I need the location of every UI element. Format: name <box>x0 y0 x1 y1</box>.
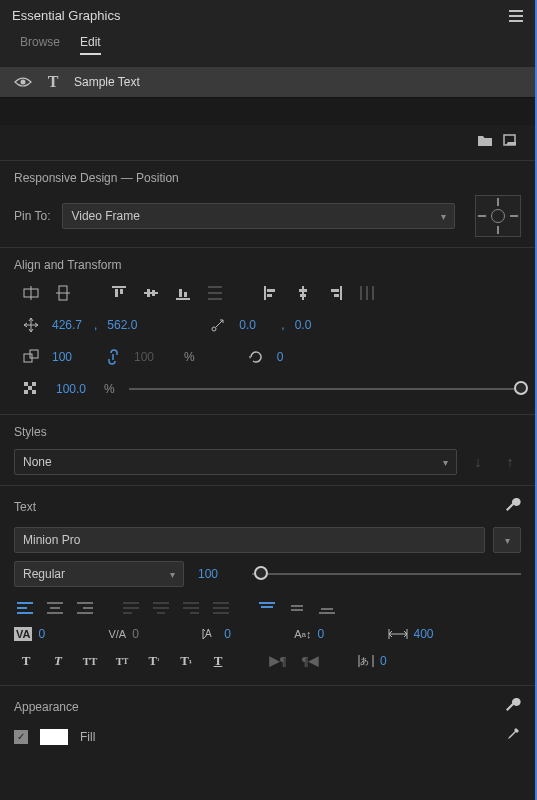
tab-browse[interactable]: Browse <box>20 35 60 55</box>
svg-rect-36 <box>24 390 28 394</box>
font-family-value: Minion Pro <box>23 533 80 547</box>
align-vcenter-icon[interactable] <box>140 282 162 304</box>
eyedropper-icon[interactable] <box>505 727 521 746</box>
svg-rect-33 <box>24 382 28 386</box>
leading-value[interactable]: 0 <box>224 627 264 641</box>
kerning-value[interactable]: 0 <box>38 627 78 641</box>
layer-name[interactable]: Sample Text <box>74 75 521 89</box>
svg-rect-37 <box>32 390 36 394</box>
vert-align-bottom-icon[interactable] <box>316 599 338 617</box>
fill-label: Fill <box>80 730 95 744</box>
fill-checkbox[interactable] <box>14 730 28 744</box>
responsive-heading: Responsive Design — Position <box>14 171 521 185</box>
rtl-icon[interactable]: ¶◀ <box>298 651 322 671</box>
align-transform-heading: Align and Transform <box>14 258 521 272</box>
section-text: Text Minion Pro ▾ Regular ▾ 100 <box>0 485 535 685</box>
position-y[interactable]: 562.0 <box>107 318 147 332</box>
svg-text:A: A <box>205 628 212 639</box>
svg-rect-11 <box>152 290 155 296</box>
distribute-vertical-icon[interactable] <box>204 282 226 304</box>
justify-last-left-icon[interactable] <box>120 599 142 617</box>
align-horizontal-center-canvas-icon[interactable] <box>20 282 42 304</box>
text-align-center-icon[interactable] <box>44 599 66 617</box>
visibility-eye-icon[interactable] <box>14 73 32 91</box>
layer-row[interactable]: T Sample Text <box>0 67 535 97</box>
svg-text:あ: あ <box>360 656 369 666</box>
font-family-dropdown[interactable]: Minion Pro <box>14 527 485 553</box>
align-top-icon[interactable] <box>108 282 130 304</box>
opacity-value[interactable]: 100.0 <box>56 382 96 396</box>
vert-align-center-icon[interactable] <box>286 599 308 617</box>
section-responsive: Responsive Design — Position Pin To: Vid… <box>0 160 535 247</box>
styles-dropdown[interactable]: None ▾ <box>14 449 457 475</box>
pin-to-dropdown[interactable]: Video Frame ▾ <box>62 203 455 229</box>
link-scale-icon[interactable] <box>102 346 124 368</box>
section-align-transform: Align and Transform 426.7, 562.0 0.0, 0.… <box>0 247 535 414</box>
tsume-value[interactable]: 0 <box>380 654 420 668</box>
anchor-y[interactable]: 0.0 <box>295 318 335 332</box>
underline-icon[interactable]: T <box>206 651 230 671</box>
distribute-horizontal-icon[interactable] <box>356 282 378 304</box>
svg-rect-26 <box>334 294 339 297</box>
baseline-value[interactable]: 0 <box>318 627 358 641</box>
font-size-value[interactable]: 100 <box>198 567 238 581</box>
align-right-icon[interactable] <box>324 282 346 304</box>
folder-icon[interactable] <box>477 133 493 150</box>
style-push-down-icon[interactable]: ↓ <box>467 451 489 473</box>
pin-to-label: Pin To: <box>14 209 50 223</box>
kerning-icon: VA <box>14 627 32 641</box>
text-width-value[interactable]: 400 <box>414 627 454 641</box>
rotation-value[interactable]: 0 <box>277 350 317 364</box>
style-push-up-icon[interactable]: ↑ <box>499 451 521 473</box>
pin-edges-widget[interactable] <box>475 195 521 237</box>
small-caps-icon[interactable]: TT <box>110 651 134 671</box>
justify-last-center-icon[interactable] <box>150 599 172 617</box>
superscript-icon[interactable]: T¹ <box>142 651 166 671</box>
font-size-slider[interactable] <box>252 573 521 575</box>
scale-unit: % <box>184 350 195 364</box>
text-align-left-icon[interactable] <box>14 599 36 617</box>
opacity-unit: % <box>104 382 115 396</box>
wrench-icon[interactable] <box>503 696 521 717</box>
baseline-shift-icon: Aa↕ <box>294 628 311 640</box>
svg-rect-23 <box>300 294 306 297</box>
ltr-icon[interactable]: ▶¶ <box>266 651 290 671</box>
font-family-chevron[interactable]: ▾ <box>493 527 521 553</box>
align-vertical-center-canvas-icon[interactable] <box>52 282 74 304</box>
faux-italic-icon[interactable]: T <box>46 651 70 671</box>
align-left-icon[interactable] <box>260 282 282 304</box>
svg-rect-35 <box>28 386 32 390</box>
chevron-down-icon: ▾ <box>170 569 175 580</box>
svg-point-0 <box>21 80 26 85</box>
vert-align-top-icon[interactable] <box>256 599 278 617</box>
justify-all-icon[interactable] <box>210 599 232 617</box>
tab-edit[interactable]: Edit <box>80 35 101 55</box>
chevron-down-icon: ▾ <box>443 457 448 468</box>
align-hcenter-icon[interactable] <box>292 282 314 304</box>
new-layer-icon[interactable] <box>503 133 519 150</box>
pin-to-value: Video Frame <box>71 209 139 223</box>
wrench-icon[interactable] <box>503 496 521 517</box>
scale-width[interactable]: 100 <box>52 350 92 364</box>
subscript-icon[interactable]: T₁ <box>174 651 198 671</box>
all-caps-icon[interactable]: TT <box>78 651 102 671</box>
text-width-icon <box>388 628 408 640</box>
fill-color-swatch[interactable] <box>40 729 68 745</box>
font-style-dropdown[interactable]: Regular ▾ <box>14 561 184 587</box>
text-heading: Text <box>14 500 36 514</box>
text-align-right-icon[interactable] <box>74 599 96 617</box>
svg-rect-25 <box>331 289 339 292</box>
tracking-value[interactable]: 0 <box>132 627 172 641</box>
scale-height: 100 <box>134 350 174 364</box>
align-bottom-icon[interactable] <box>172 282 194 304</box>
svg-rect-7 <box>115 289 118 297</box>
justify-last-right-icon[interactable] <box>180 599 202 617</box>
anchor-point-icon <box>207 314 229 336</box>
panel-menu-icon[interactable] <box>509 10 523 22</box>
svg-point-30 <box>212 327 216 331</box>
tsume-icon: あ <box>358 654 374 668</box>
opacity-slider[interactable] <box>129 388 521 390</box>
position-x[interactable]: 426.7 <box>52 318 92 332</box>
anchor-x[interactable]: 0.0 <box>239 318 279 332</box>
faux-bold-icon[interactable]: T <box>14 651 38 671</box>
